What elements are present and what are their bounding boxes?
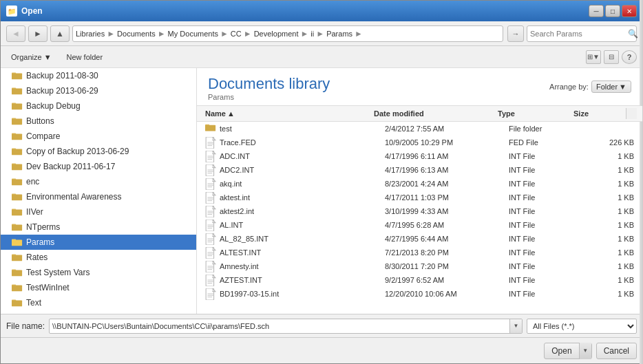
library-title: Documents library: [208, 75, 330, 93]
sidebar-item-enc[interactable]: enc: [1, 174, 196, 189]
file-date-cell: 2/4/2012 7:55 AM: [382, 124, 506, 133]
table-row[interactable]: AL_82_85.INT4/27/1995 6:44 AMINT File1 K…: [197, 232, 642, 246]
preview-pane-button[interactable]: ⊟: [604, 50, 619, 64]
address-bar[interactable]: Libraries ► Documents ► My Documents ► C…: [72, 25, 503, 42]
file-name-cell: akq.int: [202, 178, 382, 190]
sidebar-item-label: TestWinInet: [26, 283, 70, 292]
folder-icon: [12, 253, 23, 262]
table-row[interactable]: AL.INT4/7/1995 6:28 AMINT File1 KB: [197, 218, 642, 232]
minimize-button[interactable]: ─: [589, 5, 604, 17]
search-icon[interactable]: 🔍: [628, 29, 638, 39]
file-name-cell: AZTEST.INT: [202, 274, 382, 286]
action-buttons-bar: Open ▼ Cancel: [1, 337, 642, 363]
file-name-cell: ADC2.INT: [202, 164, 382, 176]
file-size-cell: 1 KB: [582, 220, 637, 230]
folder-icon: [12, 283, 23, 292]
file-icon: [205, 192, 216, 203]
file-name: ALTEST.INT: [220, 248, 261, 257]
table-row[interactable]: aktest2.int3/10/1999 4:33 AMINT File1 KB: [197, 204, 642, 218]
table-row[interactable]: Trace.FED10/9/2005 10:29 PMFED File226 K…: [197, 136, 642, 149]
sidebar-item-testwininet[interactable]: TestWinInet: [1, 280, 196, 295]
file-size-cell: 1 KB: [582, 289, 637, 299]
sidebar-item-label: Copy of Backup 2013-06-29: [26, 147, 129, 156]
arrange-by-button[interactable]: Folder ▼: [591, 81, 631, 93]
file-date-cell: 4/17/1996 6:11 AM: [382, 151, 506, 161]
table-row[interactable]: test2/4/2012 7:55 AMFile folder: [197, 122, 642, 136]
table-row[interactable]: akq.int8/23/2001 4:24 AMINT File1 KB: [197, 177, 642, 191]
file-name: aktest.int: [220, 193, 250, 202]
open-button-arrow[interactable]: ▼: [579, 343, 591, 359]
sidebar-item-label: Backup 2011-08-30: [26, 71, 98, 81]
up-button[interactable]: ▲: [50, 25, 70, 42]
sidebar-item-test-system-vars[interactable]: Test System Vars: [1, 265, 196, 280]
svg-rect-11: [12, 118, 22, 125]
sidebar-item-copy-of-backup-2013-06-29[interactable]: Copy of Backup 2013-06-29: [1, 144, 196, 159]
sidebar-item-backup-2011-08-30[interactable]: Backup 2011-08-30: [1, 68, 196, 83]
filetype-select[interactable]: All Files (*.*): [527, 321, 636, 331]
filetype-select-wrapper: All Files (*.*): [527, 319, 637, 334]
col-header-type[interactable]: Type: [495, 108, 571, 119]
sidebar-item-label: Dev Backup 2011-06-17: [26, 162, 115, 171]
new-folder-button[interactable]: New folder: [62, 51, 108, 63]
sidebar-item-rates[interactable]: Rates: [1, 250, 196, 265]
sidebar-item-backup-2013-06-29[interactable]: Backup 2013-06-29: [1, 83, 196, 98]
sidebar-item-backup-debug[interactable]: Backup Debug: [1, 98, 196, 114]
file-icon: [205, 220, 216, 231]
filename-dropdown-button[interactable]: ▼: [509, 319, 522, 334]
sidebar-item-label: IIVer: [26, 207, 43, 217]
scrollbar-placeholder: [626, 108, 637, 119]
cancel-button[interactable]: Cancel: [596, 343, 637, 359]
view-options-button[interactable]: ⊞▼: [586, 50, 601, 64]
svg-rect-47: [12, 300, 22, 306]
file-icon: [205, 261, 216, 272]
col-header-size[interactable]: Size: [571, 108, 626, 119]
sidebar-item-params[interactable]: Params: [1, 235, 196, 250]
organize-button[interactable]: Organize ▼: [6, 51, 56, 63]
maximize-button[interactable]: □: [605, 5, 620, 17]
search-box: 🔍: [527, 25, 637, 42]
sidebar-item-ntperms[interactable]: NTperms: [1, 220, 196, 235]
folder-icon: [12, 162, 23, 171]
help-button[interactable]: ?: [622, 50, 637, 64]
sidebar-item-label: Environmental Awareness: [26, 192, 122, 202]
file-icon: [205, 137, 216, 148]
sidebar-item-dev-backup-2011-06-17[interactable]: Dev Backup 2011-06-17: [1, 159, 196, 174]
folder-icon: [12, 222, 23, 232]
address-crumb-ii: ii: [310, 30, 314, 38]
sidebar-item-label: Backup Debug: [26, 101, 81, 111]
table-row[interactable]: Amnesty.int8/30/2011 7:20 PMINT File1 KB: [197, 259, 642, 273]
col-header-name[interactable]: Name ▲: [202, 108, 371, 119]
sidebar-item-label: NTperms: [26, 222, 60, 232]
address-go-button[interactable]: →: [507, 25, 524, 42]
folder-icon: [12, 177, 23, 186]
arrange-by-label: Arrange by:: [549, 83, 589, 91]
sidebar-item-buttons[interactable]: Buttons: [1, 114, 196, 129]
address-crumb-params: Params: [326, 30, 352, 38]
sidebar-item-text[interactable]: Text: [1, 295, 196, 310]
file-icon: [205, 275, 216, 286]
search-input[interactable]: [530, 30, 625, 38]
sidebar-item-environmental-awareness[interactable]: Environmental Awareness: [1, 189, 196, 204]
svg-rect-14: [12, 133, 22, 140]
sidebar-item-iiver[interactable]: IIVer: [1, 204, 196, 220]
table-row[interactable]: ALTEST.INT7/21/2013 8:20 PMINT File1 KB: [197, 246, 642, 259]
table-row[interactable]: ADC2.INT4/17/1996 6:13 AMINT File1 KB: [197, 163, 642, 177]
files-header: Name ▲ Date modified Type Size: [197, 106, 642, 122]
sidebar-item-compare[interactable]: Compare: [1, 129, 196, 144]
file-type-cell: File folder: [506, 124, 582, 133]
forward-button[interactable]: ►: [28, 25, 48, 42]
file-icon: [205, 164, 216, 175]
folder-icon: [12, 298, 23, 308]
back-button[interactable]: ◄: [6, 25, 25, 42]
table-row[interactable]: BD1997-03-15.int12/20/2010 10:06 AMINT F…: [197, 287, 642, 301]
table-row[interactable]: ADC.INT4/17/1996 6:11 AMINT File1 KB: [197, 149, 642, 163]
col-header-date[interactable]: Date modified: [371, 108, 495, 119]
file-name: AZTEST.INT: [220, 276, 262, 284]
open-button[interactable]: Open ▼: [544, 343, 591, 359]
table-row[interactable]: AZTEST.INT9/2/1997 6:52 AMINT File1 KB: [197, 273, 642, 287]
close-button[interactable]: ✕: [622, 5, 637, 17]
svg-rect-8: [12, 103, 22, 109]
file-type-cell: INT File: [506, 220, 582, 230]
table-row[interactable]: aktest.int4/17/2011 1:03 PMINT File1 KB: [197, 191, 642, 204]
filename-input[interactable]: [50, 322, 509, 330]
